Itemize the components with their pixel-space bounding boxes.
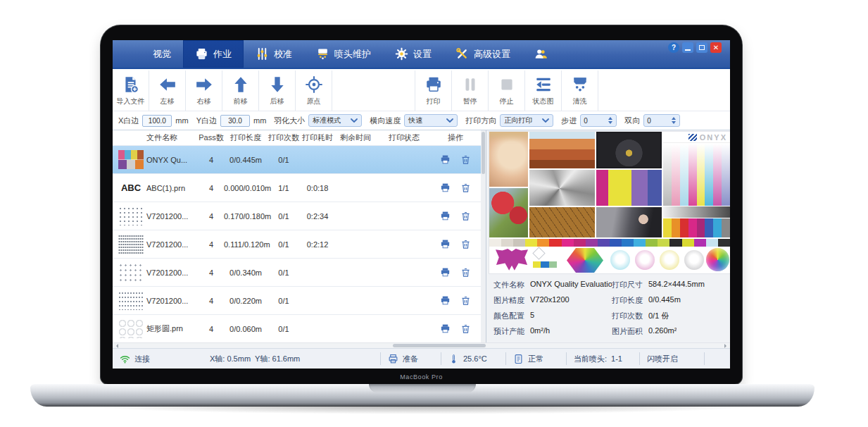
move-left-button[interactable]: 左移 (149, 70, 186, 111)
move-backward-button[interactable]: 后移 (259, 70, 296, 111)
print-job-button[interactable] (440, 295, 451, 306)
tab-label: 喷头维护 (334, 48, 371, 61)
spinner-icon (671, 116, 677, 125)
import-file-button[interactable]: 导入文件 (113, 70, 149, 111)
table-row[interactable]: 矩形圆.prn 4 0/0.060m 0/1 (113, 315, 486, 343)
scrollbar-thumb[interactable] (393, 344, 486, 347)
preview-photo-portrait (489, 132, 528, 187)
tab-calibration[interactable]: 校准 (244, 40, 304, 68)
tab-settings[interactable]: 设置 (383, 40, 444, 68)
laptop-screen-bezel: 视觉 作业 校准 喷头 (101, 25, 742, 384)
ready-label: 准备 (403, 354, 418, 364)
table-row[interactable]: V7201200... 4 0.170/0.180m 0/1 0:2:34 (113, 202, 486, 230)
users-icon (534, 47, 548, 61)
table-row[interactable]: V7201200... 4 0.111/0.120m 0/1 0:2:12 (113, 230, 486, 259)
print-button[interactable]: 打印 (415, 70, 452, 111)
toolbar: 导入文件 左移 右移 (113, 70, 730, 111)
status-panel-button[interactable]: 状态图 (525, 70, 562, 111)
info-value: V720x1200 (530, 295, 612, 306)
close-button[interactable]: ✕ (710, 42, 722, 53)
table-row[interactable]: ABC ABC(1).prn 4 0.000/0.010m 1/1 0:0:18 (113, 174, 486, 202)
tab-label: 高级设置 (474, 48, 510, 61)
delete-job-button[interactable] (460, 154, 471, 165)
move-forward-button[interactable]: 前移 (222, 70, 259, 111)
job-info-panel: 文件名称 ONYX Quality Evaluation1. 打印尺寸 584.… (493, 280, 726, 352)
job-thumbnail (118, 206, 144, 225)
arrow-left-icon (158, 75, 177, 94)
print-job-button[interactable] (440, 239, 451, 249)
info-value: 0/1 份 (648, 311, 669, 321)
bidirectional-stepper[interactable]: 0 (643, 114, 680, 127)
rainbow-sphere (706, 248, 729, 271)
arrow-down-icon (268, 75, 287, 94)
thermometer-icon (448, 354, 459, 364)
column-remaining-time: 剩余时间 (335, 132, 376, 143)
table-row[interactable]: V7201200... 4 0/0.220m 0/1 (113, 287, 486, 315)
tab-vision[interactable]: 视觉 (141, 40, 183, 68)
preview-gradient-bars (663, 144, 730, 206)
tab-job[interactable]: 作业 (183, 40, 244, 68)
print-job-button[interactable] (440, 267, 451, 278)
arrow-up-icon (232, 75, 250, 94)
page: 视觉 作业 校准 喷头 (0, 0, 868, 427)
chevron-down-icon (446, 118, 453, 123)
info-value: 584.2×444.5mm (648, 280, 705, 290)
info-value: 0m²/h (530, 326, 612, 337)
tab-label: 设置 (413, 48, 432, 61)
speed-select[interactable]: 快速 (404, 114, 458, 127)
x-margin-input[interactable] (142, 115, 172, 127)
info-value: 0/0.445m (648, 295, 681, 306)
origin-button[interactable]: 原点 (296, 70, 332, 111)
print-icon (424, 75, 443, 94)
help-button[interactable]: ? (668, 42, 679, 53)
tab-label: 视觉 (153, 48, 171, 61)
info-value: 0.260m² (648, 326, 677, 337)
delete-job-button[interactable] (460, 295, 471, 306)
speed-label: 横向速度 (370, 116, 401, 126)
clean-button[interactable]: 清洗 (562, 70, 598, 111)
feather-select[interactable]: 标准模式 (308, 114, 362, 127)
feather-label: 羽化大小 (274, 116, 305, 126)
mini-swatches (533, 261, 557, 268)
laptop-base (30, 384, 814, 407)
print-job-button[interactable] (440, 211, 451, 221)
tab-label: 校准 (274, 48, 292, 61)
vertical-scrollbar[interactable] (481, 130, 486, 342)
stop-button[interactable]: 停止 (489, 70, 525, 111)
delete-job-button[interactable] (460, 182, 471, 193)
table-row[interactable]: ONYX Qu... 4 0/0.445m 0/1 (113, 146, 486, 174)
print-job-button[interactable] (440, 323, 451, 334)
tab-printhead-maintenance[interactable]: 喷头维护 (304, 40, 383, 68)
normal-label: 正常 (528, 354, 543, 364)
step-stepper[interactable]: 0 (580, 114, 617, 127)
cyan-sphere (610, 250, 630, 270)
spinner-icon (608, 116, 613, 125)
delete-job-button[interactable] (460, 323, 471, 334)
pause-button[interactable]: 暂停 (452, 70, 489, 111)
y-axis-value: Y轴: 61.6mm (255, 354, 300, 364)
print-job-button[interactable] (440, 182, 451, 193)
maximize-button[interactable] (696, 42, 707, 53)
delete-job-button[interactable] (460, 267, 471, 278)
status-filler (704, 352, 719, 365)
preview-photo-canyon (529, 132, 595, 168)
table-row[interactable]: V7201200... 4 0/0.340m 0/1 (113, 259, 486, 287)
tab-users[interactable] (522, 40, 560, 68)
direction-select[interactable]: 正向打印 (500, 114, 553, 127)
delete-job-button[interactable] (460, 211, 471, 221)
info-value: 5 (530, 311, 612, 321)
flash-spray-status: 闪喷开启 (639, 352, 704, 365)
nav-bar: 视觉 作业 校准 喷头 (113, 40, 730, 69)
clean-spray-icon (571, 75, 589, 94)
y-margin-input[interactable] (220, 115, 250, 127)
toolbar-label: 暂停 (463, 97, 477, 106)
tab-advanced-settings[interactable]: 高级设置 (444, 40, 522, 68)
window-controls: ? ✕ (668, 42, 722, 53)
print-job-button[interactable] (440, 154, 451, 165)
preview-panel: ONYX (486, 130, 730, 342)
info-label: 颜色配置 (493, 311, 530, 321)
delete-job-button[interactable] (460, 239, 471, 249)
move-right-button[interactable]: 右移 (186, 70, 222, 111)
minimize-button[interactable] (682, 42, 693, 53)
horizontal-scrollbar[interactable] (113, 342, 730, 348)
